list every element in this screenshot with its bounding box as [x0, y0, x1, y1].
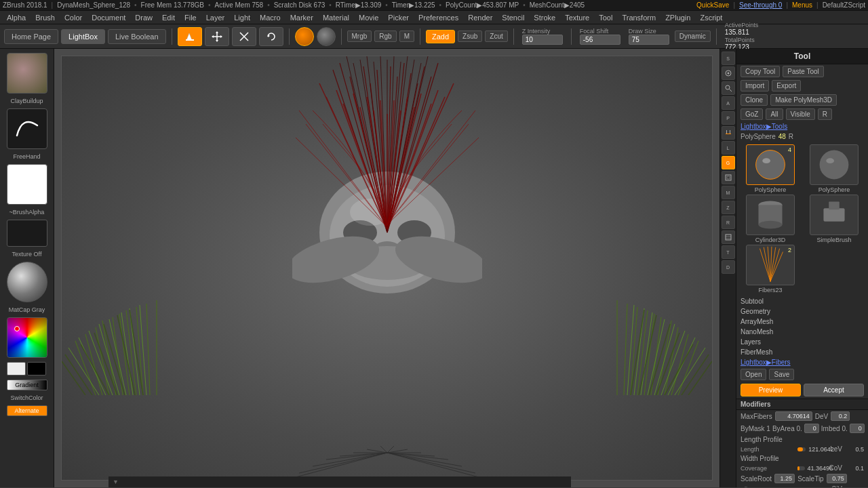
freehand-brush[interactable]	[7, 108, 47, 149]
linefill-icon[interactable]	[722, 230, 735, 244]
mesh-thumb-cylinder[interactable]: Cylinder3D	[739, 195, 802, 243]
clone-btn[interactable]: Clone	[741, 94, 768, 106]
r-btn[interactable]: R	[818, 108, 832, 120]
mrgb-btn[interactable]: Mrgb	[347, 30, 372, 42]
menu-preferences[interactable]: Preferences	[414, 12, 462, 23]
menu-render[interactable]: Render	[464, 12, 496, 23]
color-picker[interactable]	[7, 317, 47, 358]
rotate-btn[interactable]	[259, 27, 283, 46]
nanomesh-link[interactable]: NanoMesh	[736, 327, 868, 337]
clay-buildup-brush[interactable]	[7, 53, 47, 94]
mesh-thumb-polysphere2[interactable]: PolySphere	[803, 144, 865, 193]
scaletip-input[interactable]	[827, 474, 847, 483]
live-boolean-tab[interactable]: Live Boolean	[108, 29, 166, 44]
menu-movie[interactable]: Movie	[355, 12, 382, 23]
mesh-thumb-simplebrush[interactable]: SimpleBrush	[803, 195, 865, 243]
brush-sphere[interactable]	[295, 27, 314, 46]
local-icon[interactable]: L	[722, 141, 735, 155]
zcut-btn[interactable]: Zcut	[485, 30, 507, 42]
menu-zscript[interactable]: Zscript	[696, 12, 726, 23]
draw-btn[interactable]	[178, 27, 202, 46]
menu-macro[interactable]: Macro	[256, 12, 285, 23]
visible-btn[interactable]: Visible	[786, 108, 815, 120]
matcap-sphere[interactable]	[7, 262, 47, 302]
canvas-area[interactable]: ▼	[54, 49, 719, 487]
dynamic-icon[interactable]: D	[722, 260, 735, 274]
spix-icon[interactable]: S	[722, 52, 735, 65]
coverage-track[interactable]	[797, 466, 805, 470]
menu-edit[interactable]: Edit	[158, 12, 179, 23]
floor-icon[interactable]	[722, 126, 735, 140]
goz-btn[interactable]: GoZ	[741, 108, 763, 120]
zoom3d-icon[interactable]: Z	[722, 201, 735, 214]
menu-file[interactable]: File	[180, 12, 201, 23]
layers-link[interactable]: Layers	[736, 337, 868, 347]
make-poly-btn[interactable]: Make PolyMesh3D	[770, 94, 837, 106]
zsub-btn[interactable]: Zsub	[458, 30, 482, 42]
quicksave-btn[interactable]: QuickSave	[696, 1, 729, 9]
menu-transform[interactable]: Transform	[618, 12, 660, 23]
gyz-icon[interactable]: G	[722, 156, 735, 169]
arraymesh-link[interactable]: ArrayMesh	[736, 317, 868, 327]
menu-alpha[interactable]: Alpha	[3, 12, 30, 23]
lightbox-tab[interactable]: LightBox	[61, 29, 105, 44]
paste-tool-btn[interactable]: Paste Tool	[783, 66, 824, 77]
imbed-input[interactable]	[850, 424, 865, 433]
subtool-link[interactable]: Subtool	[736, 296, 868, 306]
menu-stroke[interactable]: Stroke	[530, 12, 559, 23]
persp-icon[interactable]: P	[722, 111, 735, 125]
menu-brush[interactable]: Brush	[31, 12, 59, 23]
m-btn[interactable]: M	[399, 30, 414, 42]
move-icon[interactable]: M	[722, 186, 735, 199]
scaleroot-input[interactable]	[774, 474, 795, 483]
menu-zplugin[interactable]: ZPlugin	[661, 12, 694, 23]
menu-tool[interactable]: Tool	[595, 12, 616, 23]
lightbox-fibers-link[interactable]: Lightbox▶Fibers	[736, 357, 868, 367]
menu-marker[interactable]: Marker	[286, 12, 317, 23]
z-intensity-value[interactable]: 10	[522, 35, 563, 45]
slim-track[interactable]	[797, 487, 807, 488]
foreground-color[interactable]	[7, 362, 26, 375]
byarea-input[interactable]	[804, 424, 819, 433]
import-btn[interactable]: Import	[741, 80, 769, 92]
brush-alpha[interactable]	[7, 164, 47, 205]
copy-tool-btn[interactable]: Copy Tool	[741, 66, 780, 77]
see-through[interactable]: See-through 0	[739, 1, 782, 9]
menu-color[interactable]: Color	[60, 12, 86, 23]
focal-shift-value[interactable]: -56	[580, 35, 620, 45]
dynamic-btn[interactable]: Dynamic	[675, 30, 711, 42]
transp-icon[interactable]: T	[722, 245, 735, 259]
scroll-icon[interactable]	[722, 66, 735, 80]
menu-light[interactable]: Light	[230, 12, 254, 23]
save-btn[interactable]: Save	[769, 369, 794, 380]
all-btn[interactable]: All	[766, 108, 783, 120]
open-btn[interactable]: Open	[741, 369, 766, 380]
zoom-icon[interactable]	[722, 81, 735, 95]
rotate3d-icon[interactable]: R	[722, 216, 735, 229]
fibermesh-link[interactable]: FiberMesh	[736, 347, 868, 357]
scale-btn[interactable]	[232, 27, 256, 46]
default-zscript[interactable]: DefaultZScript	[823, 1, 865, 9]
move-btn[interactable]	[205, 27, 229, 46]
menu-layer[interactable]: Layer	[202, 12, 229, 23]
gradient-btn[interactable]: Gradient	[7, 380, 47, 390]
menu-texture[interactable]: Texture	[561, 12, 593, 23]
length-track[interactable]	[797, 447, 806, 451]
background-color[interactable]	[27, 362, 46, 375]
rgb-btn[interactable]: Rgb	[374, 30, 396, 42]
export-btn[interactable]: Export	[772, 80, 801, 92]
draw-size-value[interactable]: 75	[629, 35, 669, 45]
menu-draw[interactable]: Draw	[131, 12, 157, 23]
menu-material[interactable]: Material	[319, 12, 353, 23]
maxfibers-input[interactable]	[775, 411, 812, 421]
texture-preview[interactable]	[7, 220, 47, 247]
dev-input[interactable]	[831, 411, 850, 421]
menu-picker[interactable]: Picker	[384, 12, 413, 23]
menus-btn[interactable]: Menus	[792, 1, 812, 9]
material-sphere[interactable]	[317, 27, 336, 46]
mesh-thumb-fibers[interactable]: 2 Fibers23	[739, 245, 802, 293]
menu-document[interactable]: Document	[87, 12, 130, 23]
frame-icon[interactable]	[722, 171, 735, 184]
preview-btn[interactable]: Preview	[741, 384, 801, 396]
home-tab[interactable]: Home Page	[4, 29, 58, 44]
